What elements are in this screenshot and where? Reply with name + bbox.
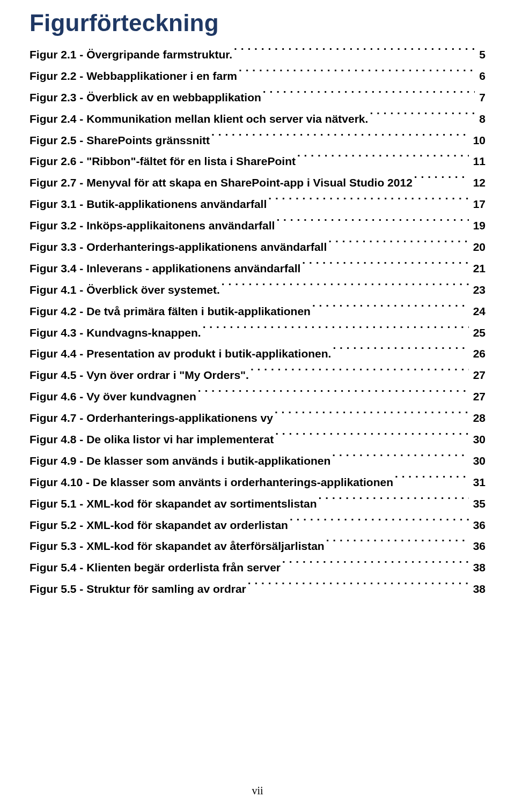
entry-label: Figur 3.4 - Inleverans - applikationens …	[30, 258, 300, 279]
entry-label: Figur 4.10 - De klasser som använts i or…	[30, 472, 393, 493]
dot-leader	[333, 346, 468, 357]
list-item[interactable]: Figur 2.7 - Menyval för att skapa en Sha…	[30, 172, 485, 193]
entry-label: Figur 2.2 - Webbapplikationer i en farm	[30, 65, 237, 87]
dot-leader	[332, 453, 468, 465]
entry-page: 27	[470, 386, 485, 407]
dot-leader	[251, 368, 469, 379]
dot-leader	[290, 518, 469, 529]
list-item[interactable]: Figur 4.7 - Orderhanterings-applikatione…	[30, 407, 485, 429]
entry-page: 36	[470, 515, 485, 536]
entry-label: Figur 5.3 - XML-kod för skapandet av åte…	[30, 535, 325, 557]
entry-label: Figur 2.7 - Menyval för att skapa en Sha…	[30, 172, 413, 193]
list-item[interactable]: Figur 2.2 - Webbapplikationer i en farm6	[30, 65, 485, 87]
entry-label: Figur 3.1 - Butik-applikationens använda…	[30, 193, 267, 215]
list-item[interactable]: Figur 2.1 - Övergripande farmstruktur.5	[30, 44, 485, 65]
entry-label: Figur 5.1 - XML-kod för skapandet av sor…	[30, 493, 317, 515]
dot-leader	[414, 175, 469, 187]
entry-label: Figur 4.2 - De två primära fälten i buti…	[30, 301, 311, 322]
entry-page: 35	[470, 493, 485, 515]
list-item[interactable]: Figur 3.1 - Butik-applikationens använda…	[30, 193, 485, 215]
dot-leader	[328, 240, 468, 251]
list-item[interactable]: Figur 5.1 - XML-kod för skapandet av sor…	[30, 493, 485, 515]
dot-leader	[297, 154, 469, 165]
dot-leader	[263, 90, 475, 101]
dot-leader	[268, 197, 468, 208]
list-item[interactable]: Figur 4.5 - Vyn över ordrar i "My Orders…	[30, 364, 485, 386]
entry-page: 28	[470, 407, 485, 429]
list-item[interactable]: Figur 4.9 - De klasser som används i but…	[30, 450, 485, 472]
entry-label: Figur 5.5 - Struktur för samling av ordr…	[30, 578, 246, 600]
list-item[interactable]: Figur 5.5 - Struktur för samling av ordr…	[30, 578, 485, 600]
list-item[interactable]: Figur 2.5 - SharePoints gränssnitt10	[30, 130, 485, 151]
dot-leader	[275, 432, 469, 443]
dot-leader	[222, 282, 469, 294]
entry-label: Figur 2.5 - SharePoints gränssnitt	[30, 130, 210, 151]
dot-leader	[234, 47, 475, 58]
entry-page: 24	[470, 301, 485, 322]
entry-page: 30	[470, 429, 485, 450]
figure-list: Figur 2.1 - Övergripande farmstruktur.5F…	[30, 44, 485, 600]
entry-label: Figur 5.2 - XML-kod för skapandet av ord…	[30, 515, 288, 536]
entry-page: 5	[476, 44, 485, 65]
entry-label: Figur 4.6 - Vy över kundvagnen	[30, 386, 196, 407]
list-item[interactable]: Figur 4.3 - Kundvagns-knappen.25	[30, 322, 485, 344]
list-item[interactable]: Figur 2.4 - Kommunikation mellan klient …	[30, 108, 485, 130]
dot-leader	[282, 560, 469, 571]
list-item[interactable]: Figur 5.4 - Klienten begär orderlista fr…	[30, 557, 485, 578]
page-number-footer: vii	[0, 785, 515, 797]
entry-page: 19	[470, 215, 485, 236]
list-item[interactable]: Figur 4.10 - De klasser som använts i or…	[30, 472, 485, 493]
list-item[interactable]: Figur 4.8 - De olika listor vi har imple…	[30, 429, 485, 450]
dot-leader	[198, 389, 469, 400]
dot-leader	[395, 475, 469, 486]
dot-leader	[211, 133, 469, 144]
entry-page: 30	[470, 450, 485, 472]
entry-page: 12	[470, 172, 485, 193]
list-item[interactable]: Figur 3.3 - Orderhanterings-applikatione…	[30, 236, 485, 258]
entry-page: 6	[476, 65, 485, 87]
entry-label: Figur 4.9 - De klasser som används i but…	[30, 450, 330, 472]
entry-label: Figur 2.4 - Kommunikation mellan klient …	[30, 108, 368, 130]
dot-leader	[203, 325, 469, 337]
list-item[interactable]: Figur 2.3 - Överblick av en webbapplikat…	[30, 87, 485, 108]
entry-label: Figur 3.3 - Orderhanterings-applikatione…	[30, 236, 327, 258]
entry-page: 38	[470, 557, 485, 578]
dot-leader	[239, 69, 475, 80]
list-item[interactable]: Figur 4.2 - De två primära fälten i buti…	[30, 301, 485, 322]
list-item[interactable]: Figur 5.2 - XML-kod för skapandet av ord…	[30, 515, 485, 536]
entry-page: 27	[470, 364, 485, 386]
entry-page: 11	[470, 151, 485, 172]
dot-leader	[302, 261, 468, 272]
dot-leader	[276, 218, 468, 229]
page: Figurförteckning Figur 2.1 - Övergripand…	[0, 0, 515, 812]
entry-label: Figur 2.3 - Överblick av en webbapplikat…	[30, 87, 261, 108]
dot-leader	[326, 539, 469, 550]
list-item[interactable]: Figur 4.4 - Presentation av produkt i bu…	[30, 343, 485, 364]
list-item[interactable]: Figur 2.6 - "Ribbon"-fältet för en lista…	[30, 151, 485, 172]
entry-label: Figur 4.4 - Presentation av produkt i bu…	[30, 343, 331, 364]
list-item[interactable]: Figur 3.4 - Inleverans - applikationens …	[30, 258, 485, 279]
entry-page: 20	[470, 236, 485, 258]
entry-page: 7	[476, 87, 485, 108]
entry-page: 21	[470, 258, 485, 279]
entry-page: 26	[470, 343, 485, 364]
entry-page: 10	[470, 130, 485, 151]
dot-leader	[370, 111, 475, 123]
entry-page: 25	[470, 322, 485, 344]
entry-page: 8	[476, 108, 485, 130]
entry-page: 38	[470, 578, 485, 600]
entry-label: Figur 2.6 - "Ribbon"-fältet för en lista…	[30, 151, 296, 172]
dot-leader	[275, 411, 469, 422]
entry-page: 31	[470, 472, 485, 493]
dot-leader	[312, 304, 469, 315]
list-item[interactable]: Figur 4.6 - Vy över kundvagnen27	[30, 386, 485, 407]
list-item[interactable]: Figur 3.2 - Inköps-applikaitonens använd…	[30, 215, 485, 236]
entry-label: Figur 5.4 - Klienten begär orderlista fr…	[30, 557, 281, 578]
list-item[interactable]: Figur 4.1 - Överblick över systemet.23	[30, 279, 485, 301]
entry-label: Figur 4.7 - Orderhanterings-applikatione…	[30, 407, 273, 429]
entry-page: 17	[470, 193, 485, 215]
list-item[interactable]: Figur 5.3 - XML-kod för skapandet av åte…	[30, 535, 485, 557]
entry-label: Figur 4.1 - Överblick över systemet.	[30, 279, 220, 301]
entry-page: 23	[470, 279, 485, 301]
entry-page: 36	[470, 535, 485, 557]
